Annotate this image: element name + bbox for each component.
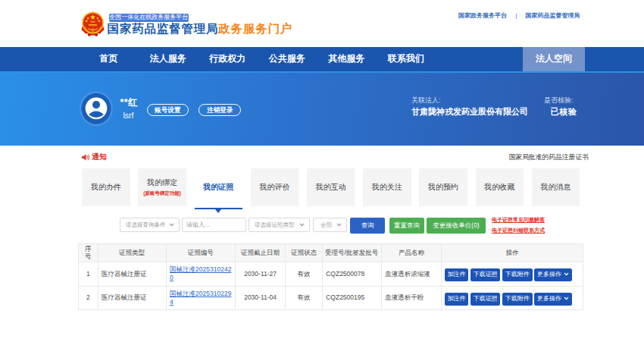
tab-5[interactable]: 我的互动 — [307, 168, 355, 206]
download-license-button[interactable]: 下载证照 — [470, 268, 501, 281]
annotate-button[interactable]: 加注件 — [445, 293, 469, 306]
tab-label: 我的消息 — [540, 182, 571, 193]
keyword-placeholder: 请输入... — [186, 221, 210, 229]
filter-bar: 请选择查询条件 请输入... 请选择证照类型 全部 查询 重置查询 变更接收单位… — [0, 218, 644, 236]
reset-button[interactable]: 重置查询 — [389, 218, 425, 234]
more-actions-button[interactable]: 更多操作 — [534, 293, 572, 306]
tab-label: 我的证照 — [203, 182, 233, 193]
account-settings-button[interactable]: 账号设置 — [147, 104, 189, 116]
nav-item-home[interactable]: 首页 — [79, 47, 139, 71]
col-product-name: 产品名称 — [381, 243, 442, 262]
col-license-number: 证照编号 — [166, 243, 236, 262]
user-banner: **红 lsrf 账号设置 注销登录 关联法人: 甘肃陇神戎发药业股份有限公司 … — [0, 73, 644, 146]
row-status: 有效 — [286, 286, 323, 310]
nav-item-public-services[interactable]: 公共服务 — [258, 47, 317, 71]
page: 全国一体化在线政务服务平台 国家药品监督管理局政务服务门户 国家政务服务平台 |… — [0, 0, 644, 364]
tab-7[interactable]: 我的预约 — [419, 168, 467, 206]
more-actions-button[interactable]: 更多操作 — [534, 268, 572, 281]
table-body: 1医疗器械注册证国械注准202531024202030-11-27有效CQZ25… — [79, 262, 583, 310]
query-condition-select[interactable]: 请选择查询条件 — [120, 218, 180, 232]
tab-label: 我的办件 — [91, 182, 121, 193]
top-link-separator: | — [515, 12, 517, 19]
tab-6[interactable]: 我的关注 — [363, 168, 411, 206]
active-tab-caret — [215, 209, 221, 213]
download-attachment-button[interactable]: 下载附件 — [502, 293, 533, 306]
chevron-down-icon — [336, 223, 342, 227]
nav-item-contact-us[interactable]: 联系我们 — [377, 47, 436, 71]
contact-link[interactable]: 电子证照纠错联系方式 — [492, 228, 545, 234]
row-status: 有效 — [286, 262, 323, 286]
row-product: 血液透析干粉 — [381, 286, 442, 310]
top-link-nmpa[interactable]: 国家药品监督管理局 — [526, 12, 580, 19]
nav-corp-space[interactable]: 法人空间 — [523, 47, 585, 71]
user-avatar[interactable] — [80, 90, 113, 127]
more-actions-label: 更多操作 — [537, 271, 561, 278]
top-links: 国家政务服务平台 | 国家药品监督管理局 — [458, 12, 580, 19]
verified-label: 是否核验: — [544, 97, 574, 104]
company-name: 甘肃陇神戎发药业股份有限公司 — [411, 107, 528, 117]
tab-label: 我的互动 — [316, 182, 346, 193]
row-license-number: 国械注准20253102294 — [166, 286, 236, 310]
tab-label: 我的评价 — [259, 182, 289, 193]
row-actions: 加注件下载证照下载附件更多操作 — [442, 286, 583, 310]
site-title-primary: 国家药品监督管理局 — [108, 22, 219, 35]
top-link-national-platform[interactable]: 国家政务服务平台 — [458, 12, 507, 19]
table-row: 1医疗器械注册证国械注准202531024202030-11-27有效CQZ25… — [79, 262, 583, 286]
change-receiver-button[interactable]: 变更接收单位(0) — [427, 218, 486, 234]
col-actions: 操作 — [442, 243, 583, 262]
logout-button[interactable]: 注销登录 — [199, 104, 241, 116]
tab-9[interactable]: 我的消息 — [532, 168, 580, 206]
tab-label: 我的关注 — [372, 182, 402, 193]
row-license-type: 医疗器械注册证 — [98, 262, 166, 286]
nav-item-administrative-power[interactable]: 行政权力 — [198, 47, 258, 71]
row-expiry: 2030-11-27 — [236, 262, 286, 286]
chevron-down-icon — [564, 297, 569, 300]
main-nav: 首页 法人服务 行政权力 公共服务 其他服务 联系我们 法人空间 — [0, 47, 644, 71]
license-number-link[interactable]: 国械注准20253102294 — [170, 290, 233, 306]
col-status: 证照状态 — [286, 243, 323, 262]
query-condition-value: 请选择查询条件 — [126, 221, 166, 229]
row-actions: 加注件下载证照下载附件更多操作 — [442, 262, 583, 286]
row-acceptance: CQZ2500078 — [322, 262, 381, 286]
tabs: 我的办件我的绑定(原账号绑定功能)我的证照我的评价我的互动我的关注我的预约我的收… — [82, 168, 580, 206]
chevron-down-icon — [299, 223, 305, 227]
license-type-select[interactable]: 请选择证照类型 — [249, 218, 311, 232]
tab-2[interactable]: 我的绑定(原账号绑定功能) — [138, 168, 186, 206]
tab-4[interactable]: 我的评价 — [251, 168, 299, 206]
scope-value: 全部 — [320, 221, 332, 229]
col-acceptance-number: 受理号/批签发批号 — [322, 243, 381, 262]
download-attachment-button[interactable]: 下载附件 — [502, 268, 533, 281]
chevron-down-icon — [564, 272, 569, 276]
annotate-button[interactable]: 加注件 — [445, 268, 469, 281]
license-number-link[interactable]: 国械注准20253102420 — [170, 265, 233, 282]
more-actions-label: 更多操作 — [537, 295, 561, 302]
tab-label: 我的预约 — [428, 182, 458, 193]
nav-items: 首页 法人服务 行政权力 公共服务 其他服务 联系我们 — [79, 47, 436, 71]
faq-link[interactable]: 电子证照常见问题解答 — [492, 217, 545, 223]
tab-note: (原账号绑定功能) — [143, 190, 181, 197]
notice-right-text: 国家局批准的药品注册证书 — [0, 154, 589, 161]
row-index: 1 — [79, 262, 98, 286]
keyword-input[interactable]: 请输入... — [182, 218, 246, 232]
license-table: 序号 证照类型 证照编号 证照截止日期 证照状态 受理号/批签发批号 产品名称 … — [78, 243, 583, 311]
tab-8[interactable]: 我的收藏 — [476, 168, 524, 206]
tab-1[interactable]: 我的办件 — [82, 168, 130, 206]
tab-3[interactable]: 我的证照 — [195, 168, 242, 206]
nav-item-corporate-services[interactable]: 法人服务 — [139, 47, 199, 71]
tab-label: 我的绑定 — [147, 177, 177, 188]
scope-select[interactable]: 全部 — [313, 218, 347, 232]
col-index: 序号 — [79, 243, 98, 262]
row-index: 2 — [79, 286, 98, 310]
col-license-type: 证照类型 — [98, 243, 166, 262]
nav-item-other-services[interactable]: 其他服务 — [317, 47, 377, 71]
search-button[interactable]: 查询 — [350, 218, 385, 234]
row-expiry: 2030-11-04 — [236, 286, 286, 310]
filter-links: 电子证照常见问题解答 电子证照纠错联系方式 — [492, 217, 545, 234]
table-head: 序号 证照类型 证照编号 证照截止日期 证照状态 受理号/批签发批号 产品名称 … — [79, 243, 583, 262]
site-title: 国家药品监督管理局政务服务门户 — [108, 23, 293, 36]
row-license-type: 医疗器械注册证 — [98, 286, 166, 310]
user-name: **红 — [120, 98, 138, 108]
download-license-button[interactable]: 下载证照 — [470, 293, 501, 306]
row-product: 血液透析浓缩液 — [381, 262, 442, 286]
table-header-row: 序号 证照类型 证照编号 证照截止日期 证照状态 受理号/批签发批号 产品名称 … — [79, 243, 583, 262]
